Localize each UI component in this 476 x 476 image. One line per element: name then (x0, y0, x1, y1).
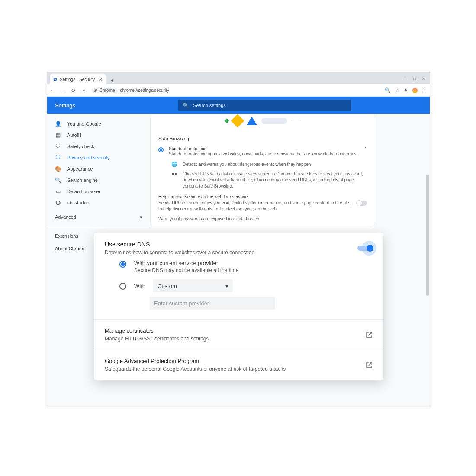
sidebar-item-autofill[interactable]: ▤Autofill (47, 130, 150, 141)
dns-provider-dropdown[interactable]: Custom ▾ (153, 279, 233, 292)
search-icon: 🔍 (183, 103, 189, 108)
search-placeholder: Search settings (193, 103, 226, 108)
bullet-checks: ∎∎ Checks URLs with a list of unsafe sit… (151, 169, 375, 191)
radio-on-icon[interactable] (158, 147, 164, 152)
secure-dns-section: Use secure DNS Determines how to connect… (94, 233, 383, 320)
external-icon (365, 361, 373, 369)
settings-title: Settings (55, 102, 75, 109)
window-controls: — □ ✕ (403, 72, 430, 84)
help-improve-sub: Sends URLs of some pages you visit, limi… (158, 200, 352, 212)
person-icon: 👤 (55, 121, 61, 127)
palette-icon: 🎨 (55, 166, 61, 172)
divider (47, 227, 150, 227)
secure-dns-subtitle: Determines how to connect to websites ov… (105, 249, 254, 256)
sidebar-advanced[interactable]: Advanced▾ (47, 208, 150, 224)
dns-option-with[interactable]: With Custom ▾ (105, 273, 373, 292)
forward-icon[interactable]: → (60, 87, 66, 94)
scrollbar[interactable] (425, 114, 430, 406)
minimize-icon[interactable]: — (403, 76, 407, 81)
chevron-down-icon: ▾ (225, 283, 228, 289)
chevron-down-icon: ▾ (140, 214, 142, 220)
search-icon: 🔍 (55, 177, 61, 183)
hero-illustration (151, 114, 375, 127)
address-bar: ← → ⟳ ⌂ ◉Chrome chrome://settings/securi… (47, 84, 430, 97)
custom-provider-input[interactable]: Enter custom provider (150, 297, 275, 310)
back-icon[interactable]: ← (50, 87, 56, 94)
avatar[interactable] (412, 87, 418, 94)
external-icon (365, 331, 373, 339)
sidebar-item-you-and-google[interactable]: 👤You and Google (47, 118, 150, 130)
settings-card: Safe Browsing Standard protection Standa… (150, 114, 375, 226)
toggle-off[interactable] (357, 201, 367, 206)
url-text: chrome://settings/security (120, 88, 169, 93)
advanced-protection-row[interactable]: Google Advanced Protection Program Safeg… (94, 350, 383, 380)
dns-option-current-provider[interactable]: With your current service provider Secur… (105, 256, 373, 273)
warn-passwords-title: Warn you if passwords are exposed in a d… (151, 214, 375, 221)
settings-header: Settings 🔍 Search settings (47, 97, 430, 114)
menu-icon[interactable]: ⋮ (422, 87, 427, 93)
bullet-detects: 🌐 Detects and warns you about dangerous … (151, 160, 375, 169)
zoom-icon[interactable]: 🔍 (385, 87, 391, 93)
sidebar-item-appearance[interactable]: 🎨Appearance (47, 163, 150, 175)
shield-icon: 🛡 (55, 155, 61, 161)
home-icon[interactable]: ⌂ (81, 87, 87, 94)
chevron-up-icon[interactable]: ⌃ (363, 146, 367, 151)
search-settings-input[interactable]: 🔍 Search settings (178, 100, 351, 111)
radio-on-icon[interactable] (119, 261, 126, 268)
secure-dns-overlay: Use secure DNS Determines how to connect… (94, 233, 383, 380)
gear-icon: ✿ (53, 77, 57, 82)
close-icon[interactable]: ✕ (99, 77, 103, 82)
maximize-icon[interactable]: □ (413, 76, 416, 81)
sidebar-item-on-startup[interactable]: ⏻On startup (47, 197, 150, 208)
standard-protection-option[interactable]: Standard protection Standard protection … (151, 144, 375, 160)
secure-dns-title: Use secure DNS (105, 241, 254, 248)
tab-settings-security[interactable]: ✿ Settings - Security ✕ (50, 74, 106, 84)
new-tab-button[interactable]: + (108, 76, 116, 84)
sidebar-item-safety-check[interactable]: 🛡Safety check (47, 141, 150, 152)
standard-protection-title: Standard protection (169, 146, 358, 151)
chrome-icon: ◉ (94, 88, 98, 93)
shield-check-icon: 🛡 (55, 143, 61, 149)
help-improve-section: Help improve security on the web for eve… (151, 191, 375, 214)
help-improve-title: Help improve security on the web for eve… (158, 194, 367, 199)
sidebar-item-default-browser[interactable]: ▭Default browser (47, 186, 150, 197)
sidebar-item-search-engine[interactable]: 🔍Search engine (47, 175, 150, 186)
autofill-icon: ▤ (55, 132, 61, 138)
secure-dns-toggle[interactable] (357, 244, 373, 252)
browser-icon: ▭ (55, 188, 61, 194)
tab-strip: ✿ Settings - Security ✕ + — □ ✕ (47, 72, 430, 84)
sidebar-item-privacy[interactable]: 🛡Privacy and security (47, 152, 150, 163)
tab-title: Settings - Security (60, 77, 95, 82)
radio-off-icon[interactable] (119, 283, 126, 290)
standard-protection-subtitle: Standard protection against websites, do… (169, 151, 358, 157)
power-icon: ⏻ (55, 200, 61, 206)
bars-icon: ∎∎ (171, 171, 177, 189)
safe-browsing-heading: Safe Browsing (151, 127, 375, 144)
bookmark-icon[interactable]: ☆ (395, 87, 399, 93)
reload-icon[interactable]: ⟳ (71, 87, 77, 94)
manage-certificates-row[interactable]: Manage certificates Manage HTTPS/SSL cer… (94, 320, 383, 350)
scroll-thumb[interactable] (426, 175, 429, 296)
close-window-icon[interactable]: ✕ (422, 76, 425, 81)
omnibox[interactable]: ◉Chrome chrome://settings/security (91, 87, 169, 93)
extensions-icon[interactable]: ✦ (404, 87, 408, 93)
globe-shield-icon: 🌐 (171, 162, 177, 168)
